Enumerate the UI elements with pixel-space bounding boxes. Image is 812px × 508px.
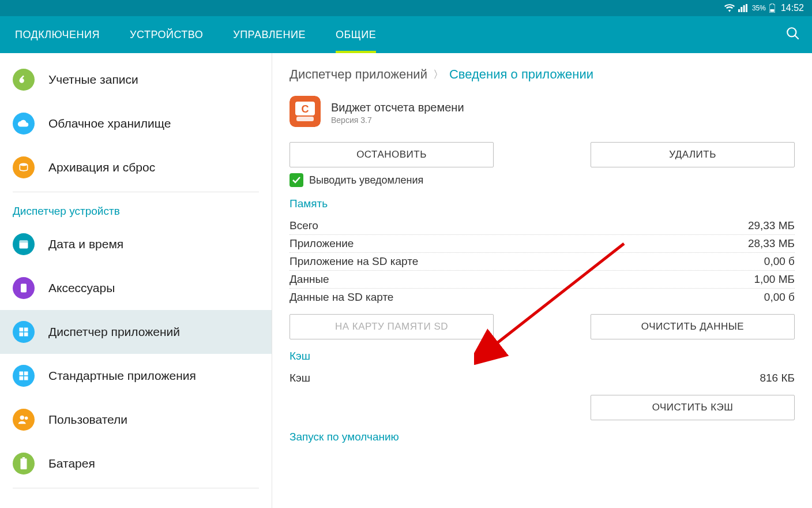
battery-icon xyxy=(13,453,35,475)
cache-info: Кэш816 КБ xyxy=(290,369,795,387)
sidebar-item-label: Батарея xyxy=(48,457,95,470)
backup-icon xyxy=(13,156,35,178)
svg-rect-0 xyxy=(770,9,774,12)
tab-bar: ПОДКЛЮЧЕНИЯ УСТРОЙСТВО УПРАВЛЕНИЕ ОБЩИЕ xyxy=(0,16,812,53)
app-version: Версия 3.7 xyxy=(331,115,464,125)
search-button[interactable] xyxy=(774,16,812,53)
section-launch-header: Запуск по умолчанию xyxy=(290,431,795,443)
memory-info: Всего29,33 МБ Приложение28,33 МБ Приложе… xyxy=(290,217,795,306)
cloud-icon xyxy=(13,113,35,135)
sidebar-item-label: Стандартные приложения xyxy=(48,369,196,383)
svg-rect-16 xyxy=(24,376,28,380)
content-pane[interactable]: Диспетчер приложений 〉 Сведения о прилож… xyxy=(272,53,812,508)
sidebar-section-header: Диспетчер устройств xyxy=(0,195,272,222)
svg-rect-9 xyxy=(20,328,24,332)
divider xyxy=(13,192,259,192)
tab-general[interactable]: ОБЩИЕ xyxy=(321,16,391,53)
info-row: Данные на SD карте0,00 б xyxy=(290,289,795,306)
svg-point-1 xyxy=(787,28,796,36)
svg-rect-14 xyxy=(24,372,28,376)
battery-percentage: 35% xyxy=(752,4,766,12)
accessory-icon xyxy=(13,277,35,299)
svg-line-2 xyxy=(795,35,799,39)
svg-rect-23 xyxy=(296,117,314,121)
sidebar-item-label: Учетные записи xyxy=(48,73,138,87)
sidebar-item-default-apps[interactable]: Стандартные приложения xyxy=(0,354,272,398)
move-to-sd-button[interactable]: НА КАРТУ ПАМЯТИ SD xyxy=(290,314,494,339)
users-icon xyxy=(13,409,35,431)
battery-icon xyxy=(769,3,775,13)
sidebar-item-label: Пользователи xyxy=(48,413,127,427)
uninstall-button[interactable]: УДАЛИТЬ xyxy=(591,142,795,167)
tab-device[interactable]: УСТРОЙСТВО xyxy=(115,16,218,53)
sidebar-item-app-manager[interactable]: Диспетчер приложений xyxy=(0,310,272,354)
clear-data-button[interactable]: ОЧИСТИТЬ ДАННЫЕ xyxy=(591,314,795,339)
clear-cache-button[interactable]: ОЧИСТИТЬ КЭШ xyxy=(591,395,795,420)
svg-rect-8 xyxy=(21,284,27,293)
svg-rect-20 xyxy=(21,458,27,469)
sidebar-item-backup[interactable]: Архивация и сброс xyxy=(0,145,272,189)
sidebar-item-users[interactable]: Пользователи xyxy=(0,398,272,442)
grid-icon xyxy=(13,365,35,387)
clock-text: 14:52 xyxy=(781,3,804,13)
info-row: Данные1,00 МБ xyxy=(290,271,795,289)
sidebar-item-accounts[interactable]: Учетные записи xyxy=(0,58,272,102)
notifications-checkbox-row[interactable]: Выводить уведомления xyxy=(290,173,795,187)
search-icon xyxy=(785,26,800,43)
grid-icon xyxy=(13,321,35,343)
sidebar-item-label: Диспетчер приложений xyxy=(48,325,180,339)
app-header: C Виджет отсчета времени Версия 3.7 xyxy=(290,96,795,129)
svg-rect-15 xyxy=(20,376,24,380)
sidebar-item-label: Аксессуары xyxy=(48,281,115,295)
checkbox-label: Выводить уведомления xyxy=(309,174,423,186)
sidebar-item-accessories[interactable]: Аксессуары xyxy=(0,266,272,310)
svg-rect-13 xyxy=(20,372,24,376)
sidebar-item-datetime[interactable]: Дата и время xyxy=(0,222,272,266)
checkbox-checked-icon[interactable] xyxy=(290,173,303,187)
svg-rect-10 xyxy=(24,328,28,332)
stop-button[interactable]: ОСТАНОВИТЬ xyxy=(290,142,494,167)
svg-rect-12 xyxy=(24,333,28,337)
svg-rect-11 xyxy=(20,333,24,337)
clock-icon xyxy=(13,233,35,255)
signal-icon xyxy=(738,4,747,12)
sidebar[interactable]: Учетные записи Облачное хранилище Архива… xyxy=(0,53,272,508)
section-memory-header: Память xyxy=(290,197,795,210)
svg-point-5 xyxy=(20,163,27,166)
divider xyxy=(13,488,259,488)
sidebar-item-label: Архивация и сброс xyxy=(48,160,155,174)
breadcrumb-parent[interactable]: Диспетчер приложений xyxy=(290,67,427,82)
app-icon: C xyxy=(290,96,321,129)
section-cache-header: Кэш xyxy=(290,350,795,363)
svg-point-18 xyxy=(25,417,28,420)
sidebar-item-cloud[interactable]: Облачное хранилище xyxy=(0,102,272,145)
tab-connections[interactable]: ПОДКЛЮЧЕНИЯ xyxy=(0,16,115,53)
svg-rect-19 xyxy=(22,457,25,458)
info-row: Приложение28,33 МБ xyxy=(290,235,795,253)
breadcrumb-current: Сведения о приложении xyxy=(449,67,593,82)
svg-text:C: C xyxy=(302,103,309,115)
tab-control[interactable]: УПРАВЛЕНИЕ xyxy=(218,16,321,53)
breadcrumb: Диспетчер приложений 〉 Сведения о прилож… xyxy=(290,67,795,82)
sidebar-item-battery[interactable]: Батарея xyxy=(0,442,272,485)
chevron-right-icon: 〉 xyxy=(433,68,443,81)
svg-point-17 xyxy=(20,416,24,420)
sidebar-item-label: Дата и время xyxy=(48,237,123,251)
info-row: Всего29,33 МБ xyxy=(290,217,795,235)
wifi-icon xyxy=(724,4,735,12)
info-row: Кэш816 КБ xyxy=(290,369,795,387)
svg-rect-7 xyxy=(20,240,28,242)
app-name: Виджет отсчета времени xyxy=(331,101,464,114)
sidebar-item-label: Облачное хранилище xyxy=(48,117,171,130)
status-bar: 35% 14:52 xyxy=(0,0,812,16)
key-icon xyxy=(13,69,35,91)
info-row: Приложение на SD карте0,00 б xyxy=(290,253,795,271)
